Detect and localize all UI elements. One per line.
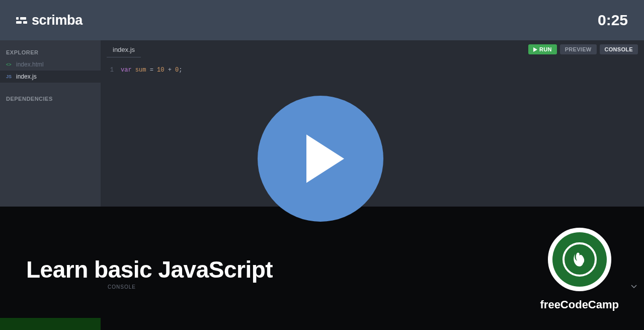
play-icon bbox=[533, 47, 537, 52]
editor-header: index.js RUN PREVIEW CONSOLE bbox=[101, 40, 644, 58]
author-badge[interactable]: freeCodeCamp bbox=[540, 228, 619, 311]
code-number: 10 bbox=[157, 67, 164, 74]
chevron-down-icon bbox=[631, 284, 637, 290]
freecodecamp-logo-icon bbox=[552, 232, 607, 287]
html-file-icon: <> bbox=[6, 62, 13, 67]
code-semicolon: ; bbox=[179, 67, 182, 74]
console-panel-label: CONSOLE bbox=[108, 284, 136, 290]
author-avatar bbox=[548, 228, 611, 291]
run-button[interactable]: RUN bbox=[528, 44, 557, 54]
explorer-heading: EXPLORER bbox=[0, 46, 101, 58]
code-equals: = bbox=[150, 67, 153, 74]
editor-actions: RUN PREVIEW CONSOLE bbox=[528, 44, 638, 54]
dependencies-heading: DEPENDENCIES bbox=[0, 93, 101, 105]
brand-name: scrimba bbox=[32, 13, 83, 28]
console-button[interactable]: CONSOLE bbox=[600, 44, 638, 54]
logo-mark-icon bbox=[16, 17, 27, 24]
preview-button-label: PREVIEW bbox=[565, 46, 592, 52]
file-item-index-js[interactable]: JS index.js bbox=[0, 71, 101, 83]
play-icon bbox=[306, 135, 344, 183]
code-line: 1 var sum = 10 + 0; bbox=[107, 65, 638, 75]
editor-tab[interactable]: index.js bbox=[107, 42, 141, 57]
author-name: freeCodeCamp bbox=[540, 298, 619, 311]
console-button-label: CONSOLE bbox=[605, 46, 633, 52]
play-button[interactable] bbox=[258, 96, 383, 222]
app-header: scrimba 0:25 bbox=[0, 0, 644, 40]
file-name: index.html bbox=[16, 61, 44, 68]
code-varname: sum bbox=[135, 67, 146, 74]
code-plus: + bbox=[168, 67, 172, 74]
progress-strip bbox=[0, 318, 101, 330]
file-item-index-html[interactable]: <> index.html bbox=[0, 58, 101, 71]
code-keyword: var bbox=[121, 67, 132, 74]
brand-logo[interactable]: scrimba bbox=[16, 13, 83, 28]
lesson-title: Learn basic JavaScript bbox=[26, 256, 273, 283]
file-sidebar: EXPLORER <> index.html JS index.js DEPEN… bbox=[0, 40, 101, 207]
code-editor[interactable]: 1 var sum = 10 + 0; bbox=[101, 58, 644, 82]
js-file-icon: JS bbox=[6, 74, 13, 79]
preview-button[interactable]: PREVIEW bbox=[560, 44, 597, 54]
line-number: 1 bbox=[107, 65, 121, 75]
file-name: index.js bbox=[16, 73, 37, 80]
timer-display: 0:25 bbox=[598, 12, 628, 29]
run-button-label: RUN bbox=[539, 46, 552, 52]
